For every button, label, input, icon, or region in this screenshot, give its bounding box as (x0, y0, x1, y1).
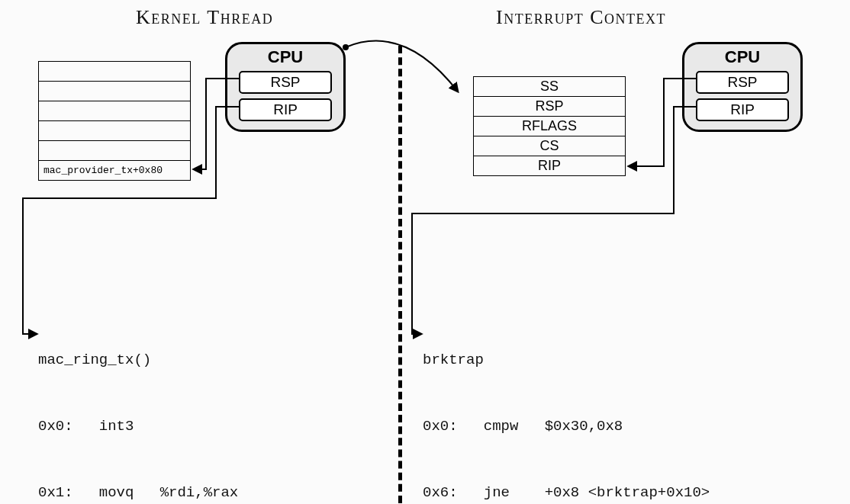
code-line: 0x0: int3 (38, 416, 238, 438)
context-divider (398, 46, 402, 503)
stack-interrupt: SS RSP RFLAGS CS RIP (473, 76, 626, 176)
cpu-title: CPU (725, 47, 760, 67)
stack-row: RIP (474, 156, 625, 175)
stack-row: SS (474, 76, 625, 96)
code-line: 0x0: cmpw $0x30,0x8 (423, 416, 727, 438)
cpu-register-rsp: RSP (239, 71, 332, 94)
stack-row (39, 61, 190, 81)
cpu-register-rip: RIP (239, 98, 332, 121)
cpu-register-rsp: RSP (696, 71, 789, 94)
function-name: mac_ring_tx() (38, 349, 238, 371)
stack-row: RFLAGS (474, 116, 625, 136)
stack-row: RSP (474, 96, 625, 116)
stack-row (39, 120, 190, 140)
stack-kernel: mac_provider_tx+0x80 (38, 61, 191, 181)
stack-row (39, 81, 190, 101)
stack-row (39, 140, 190, 160)
function-name: brktrap (423, 349, 727, 371)
title-interrupt-context: Interrupt Context (496, 6, 666, 29)
stack-row: CS (474, 136, 625, 156)
cpu-title: CPU (268, 47, 303, 67)
code-line: 0x1: movq %rdi,%rax (38, 482, 238, 504)
code-block-interrupt: brktrap 0x0: cmpw $0x30,0x8 0x6: jne +0x… (423, 305, 727, 504)
cpu-box-interrupt: CPU RSP RIP (682, 42, 803, 132)
stack-row-label: mac_provider_tx+0x80 (39, 160, 190, 180)
cpu-box-kernel: CPU RSP RIP (225, 42, 346, 132)
cpu-register-rip: RIP (696, 98, 789, 121)
svg-point-0 (343, 44, 349, 50)
title-kernel-thread: Kernel Thread (136, 6, 273, 29)
code-line: 0x6: jne +0x8 <brktrap+0x10> (423, 482, 727, 504)
code-block-kernel: mac_ring_tx() 0x0: int3 0x1: movq %rdi,%… (38, 305, 238, 504)
stack-row (39, 101, 190, 120)
